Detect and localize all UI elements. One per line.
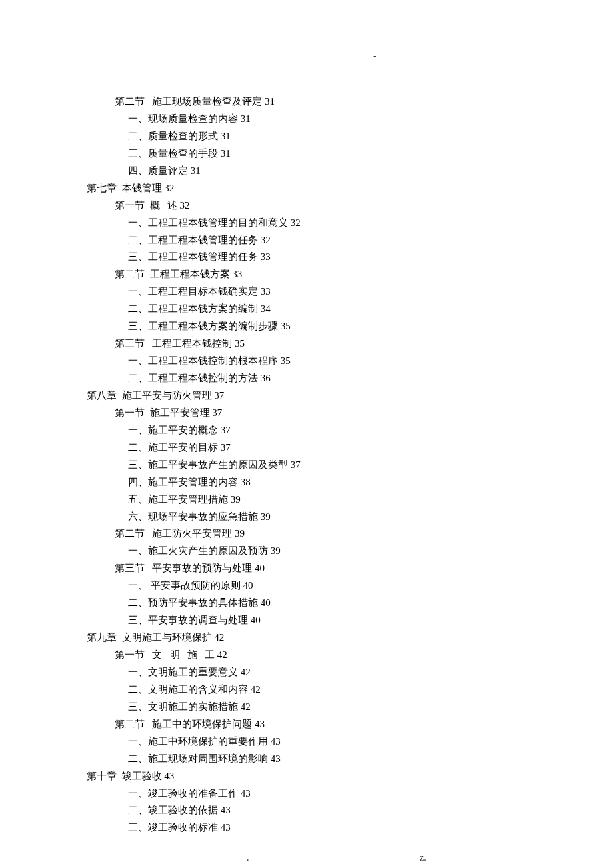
- toc-entry: 第二节 施工现场质量检查及评定 31: [115, 93, 526, 111]
- toc-entry: 二、工程工程本钱方案的编制 34: [128, 301, 526, 318]
- toc-entry: 一、工程工程本钱管理的目的和意义 32: [128, 215, 526, 232]
- toc-entry: 二、工程工程本钱控制的方法 36: [128, 370, 526, 387]
- toc-entry: 第三节 平安事故的预防与处理 40: [115, 560, 526, 577]
- toc-entry: 三、竣工验收的标准 43: [128, 819, 526, 837]
- footer-mark-left: .: [247, 850, 249, 866]
- toc-entry: 四、质量评定 31: [128, 163, 526, 180]
- toc-entry: 一、 平安事故预防的原则 40: [128, 577, 526, 595]
- toc-entry: 第九章 文明施工与环境保护 42: [87, 629, 526, 647]
- toc-entry: 第二节 施工中的环境保护问题 43: [115, 716, 526, 733]
- toc-entry: 二、竣工验收的依据 43: [128, 802, 526, 819]
- toc-entry: 四、施工平安管理的内容 38: [128, 474, 526, 491]
- toc-entry: 一、工程工程目标本钱确实定 33: [128, 283, 526, 301]
- toc-entry: 第二节 施工防火平安管理 39: [115, 525, 526, 543]
- toc-entry: 一、竣工验收的准备工作 43: [128, 785, 526, 803]
- toc-entry: 第三节 工程工程本钱控制 35: [115, 335, 526, 353]
- toc-entry: 一、施工火灾产生的原因及预防 39: [128, 543, 526, 560]
- toc-entry: 三、质量检查的手段 31: [128, 145, 526, 163]
- toc-entry: 第七章 本钱管理 32: [87, 180, 526, 197]
- toc-entry: 第一节 概 述 32: [115, 197, 526, 215]
- toc-entry: 二、质量检查的形式 31: [128, 128, 526, 145]
- toc-entry: 第八章 施工平安与防火管理 37: [87, 387, 526, 405]
- toc-entry: 二、文明施工的含义和内容 42: [128, 681, 526, 699]
- toc-entry: 三、工程工程本钱方案的编制步骤 35: [128, 318, 526, 335]
- toc-entry: 第二节 工程工程本钱方案 33: [115, 266, 526, 283]
- footer-mark-right: z.: [420, 850, 426, 866]
- toc-entry: 三、平安事故的调查与处理 40: [128, 612, 526, 629]
- toc-entry: 一、文明施工的重要意义 42: [128, 664, 526, 681]
- toc-entry: 第一节 文 明 施 工 42: [115, 647, 526, 664]
- toc-entry: 一、施工中环境保护的重要作用 43: [128, 733, 526, 751]
- toc-entry: 一、工程工程本钱控制的根本程序 35: [128, 353, 526, 370]
- toc-entry: 一、施工平安的概念 37: [128, 422, 526, 439]
- toc-entry: 第十章 竣工验收 43: [87, 768, 526, 785]
- toc-entry: 六、现场平安事故的应急措施 39: [128, 509, 526, 526]
- toc-entry: 二、施工平安的目标 37: [128, 439, 526, 457]
- toc-entry: 二、工程工程本钱管理的任务 32: [128, 232, 526, 249]
- toc-entry: 二、预防平安事故的具体措施 40: [128, 595, 526, 612]
- toc-entry: 五、施工平安管理措施 39: [128, 491, 526, 509]
- toc-entry: 三、文明施工的实施措施 42: [128, 699, 526, 716]
- toc-entry: 三、工程工程本钱管理的任务 33: [128, 249, 526, 266]
- toc-entry: 第一节 施工平安管理 37: [115, 405, 526, 422]
- header-mark: -: [373, 48, 376, 64]
- toc-entry: 二、施工现场对周围环境的影响 43: [128, 751, 526, 768]
- toc-entry: 三、施工平安事故产生的原因及类型 37: [128, 457, 526, 474]
- table-of-contents: 第二节 施工现场质量检查及评定 31一、现场质量检查的内容 31二、质量检查的形…: [87, 93, 526, 837]
- toc-entry: 一、现场质量检查的内容 31: [128, 111, 526, 128]
